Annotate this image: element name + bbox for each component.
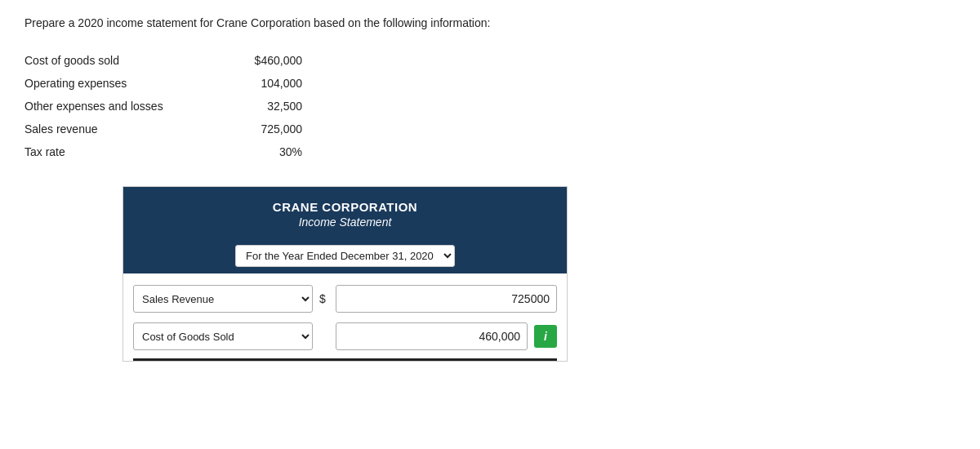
- cogs-select[interactable]: Cost of Goods Sold: [133, 322, 313, 350]
- sales-revenue-input[interactable]: [336, 285, 557, 313]
- data-value-4: 30%: [204, 145, 302, 158]
- sales-revenue-select[interactable]: Sales Revenue: [133, 285, 313, 313]
- data-label-4: Tax rate: [24, 145, 204, 158]
- data-value-2: 32,500: [204, 100, 302, 113]
- data-label-3: Sales revenue: [24, 122, 204, 136]
- statement-header: CRANE CORPORATION Income Statement: [123, 187, 567, 238]
- data-value-0: $460,000: [204, 54, 302, 67]
- given-data-table: Cost of goods sold $460,000 Operating ex…: [24, 49, 956, 163]
- cogs-input[interactable]: [336, 322, 528, 350]
- info-button[interactable]: i: [534, 325, 557, 348]
- statement-type: Income Statement: [131, 216, 559, 229]
- period-select[interactable]: For the Year Ended December 31, 2020: [235, 245, 455, 267]
- data-label-1: Operating expenses: [24, 77, 204, 90]
- form-area: Sales Revenue $ Cost of Goods Sold i: [123, 273, 567, 361]
- data-row-3: Sales revenue 725,000: [24, 118, 956, 140]
- data-value-3: 725,000: [204, 122, 302, 136]
- page-container: Prepare a 2020 income statement for Cran…: [0, 0, 980, 378]
- company-name: CRANE CORPORATION: [131, 200, 559, 214]
- form-row-sales-revenue: Sales Revenue $: [123, 280, 567, 318]
- data-row-2: Other expenses and losses 32,500: [24, 95, 956, 118]
- data-row-0: Cost of goods sold $460,000: [24, 49, 956, 72]
- data-label-0: Cost of goods sold: [24, 54, 204, 67]
- data-value-1: 104,000: [204, 77, 302, 90]
- intro-text: Prepare a 2020 income statement for Cran…: [24, 16, 956, 29]
- bottom-line: [133, 358, 557, 361]
- statement-card: CRANE CORPORATION Income Statement For t…: [122, 186, 568, 362]
- dollar-sign: $: [319, 292, 329, 305]
- form-row-cogs: Cost of Goods Sold i: [123, 318, 567, 355]
- data-label-2: Other expenses and losses: [24, 100, 204, 113]
- statement-period-row: For the Year Ended December 31, 2020: [123, 238, 567, 273]
- data-row-1: Operating expenses 104,000: [24, 72, 956, 95]
- data-row-4: Tax rate 30%: [24, 140, 956, 163]
